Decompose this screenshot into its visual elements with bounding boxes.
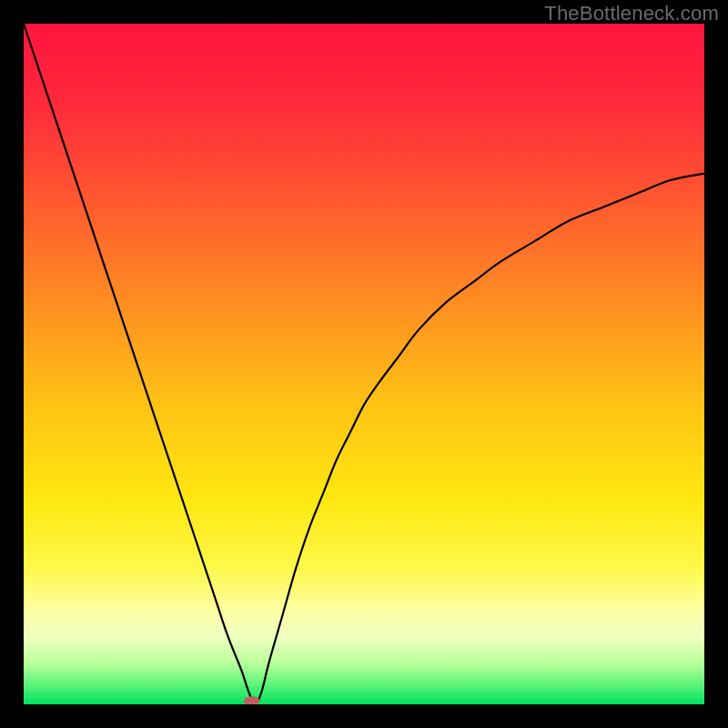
plot-area xyxy=(24,24,704,704)
chart-frame: TheBottleneck.com xyxy=(0,0,728,728)
watermark-text: TheBottleneck.com xyxy=(544,2,719,25)
gradient-background xyxy=(24,24,704,704)
bottleneck-curve-plot xyxy=(24,24,704,704)
